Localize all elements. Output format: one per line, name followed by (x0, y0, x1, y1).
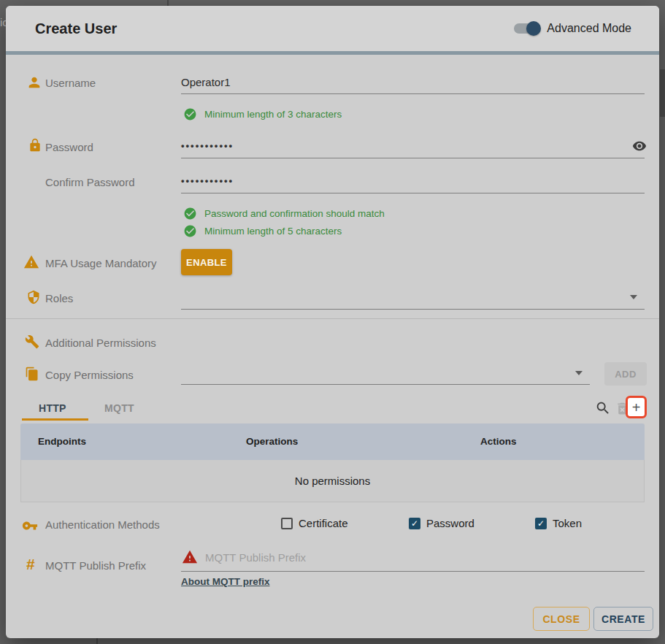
roles-dropdown-caret-icon[interactable] (630, 295, 637, 299)
mqtt-prefix-underline (181, 571, 645, 572)
lock-icon (28, 138, 42, 153)
advanced-mode-toggle[interactable] (514, 23, 539, 34)
shield-icon (26, 290, 41, 304)
password-validation-length: Minimum length of 5 characters (183, 224, 342, 238)
tab-mqtt[interactable]: MQTT (104, 402, 134, 414)
mqtt-prefix-input[interactable]: MQTT Publish Prefix (205, 551, 306, 564)
password-validation-match: Password and confirmation should match (183, 207, 385, 221)
check-circle-icon (183, 224, 197, 238)
token-checkbox-icon[interactable] (535, 518, 547, 529)
confirm-password-label: Confirm Password (45, 176, 135, 188)
username-input[interactable]: Operator1 (181, 76, 231, 88)
column-header-actions: Actions (480, 436, 517, 447)
plus-icon: + (632, 400, 641, 415)
create-button[interactable]: CREATE (593, 607, 653, 631)
key-icon (22, 518, 38, 534)
check-circle-icon (183, 207, 197, 221)
check-circle-icon (183, 107, 197, 121)
mqtt-prefix-label: MQTT Publish Prefix (45, 559, 146, 572)
error-warning-icon (182, 549, 198, 565)
token-label: Token (553, 517, 582, 529)
background-divider (96, 638, 98, 644)
wrench-icon (25, 334, 39, 349)
show-password-icon[interactable] (632, 139, 647, 153)
confirm-password-underline (181, 193, 645, 193)
about-mqtt-prefix-link[interactable]: About MQTT prefix (181, 576, 270, 587)
active-tab-indicator (22, 418, 88, 421)
copy-permissions-underline (181, 384, 590, 385)
roles-select-underline (181, 309, 645, 310)
auth-methods-label: Authentication Methods (45, 518, 160, 531)
checkbox-token[interactable]: Token (535, 517, 582, 529)
copy-permissions-caret-icon[interactable] (575, 371, 583, 375)
column-header-endpoints: Endpoints (38, 436, 86, 447)
additional-permissions-label: Additional Permissions (45, 337, 156, 349)
username-validation: Minimum length of 3 characters (183, 107, 342, 121)
mfa-enable-button[interactable]: ENABLE (181, 249, 232, 275)
password-validation-text: Minimum length of 5 characters (204, 226, 342, 237)
username-label: Username (45, 77, 96, 89)
roles-label: Roles (45, 292, 73, 304)
password-checkbox-icon[interactable] (409, 518, 420, 529)
confirm-password-input[interactable]: ••••••••••• (181, 175, 234, 186)
copy-icon (25, 367, 39, 381)
advanced-mode-label: Advanced Mode (547, 22, 631, 35)
create-user-dialog: Create User Advanced Mode Username Opera… (6, 6, 659, 638)
toggle-knob-icon (526, 21, 541, 36)
dialog-header: Create User Advanced Mode (6, 6, 659, 51)
password-underline (181, 158, 645, 158)
password-auth-label: Password (426, 517, 474, 529)
password-validation-text: Password and confirmation should match (204, 208, 385, 219)
background-divider (167, 0, 169, 6)
permissions-table: Endpoints Operations Actions No permissi… (20, 423, 645, 502)
section-divider (6, 318, 659, 319)
mfa-label: MFA Usage Mandatory (45, 257, 157, 269)
username-validation-text: Minimum length of 3 characters (204, 109, 342, 120)
person-icon (26, 74, 42, 91)
tab-http[interactable]: HTTP (39, 402, 66, 414)
permissions-table-header: Endpoints Operations Actions (20, 423, 645, 460)
username-underline (181, 93, 645, 94)
password-label: Password (45, 141, 93, 153)
dialog-title: Create User (35, 20, 117, 37)
checkbox-password[interactable]: Password (409, 517, 474, 529)
add-permission-button[interactable]: + (626, 396, 647, 418)
copy-permissions-label: Copy Permissions (45, 369, 134, 381)
warning-icon (23, 254, 39, 270)
column-header-operations: Operations (246, 436, 298, 447)
checkbox-certificate[interactable]: Certificate (281, 517, 348, 529)
copy-permissions-add-button[interactable]: ADD (604, 362, 647, 386)
empty-table-message: No permissions (295, 475, 370, 487)
close-button[interactable]: CLOSE (533, 607, 590, 631)
advanced-mode-toggle-group[interactable]: Advanced Mode (514, 22, 631, 35)
certificate-label: Certificate (299, 517, 348, 529)
hash-icon: # (26, 556, 35, 573)
header-divider (6, 51, 659, 55)
page-scrollbar-thumb[interactable] (660, 69, 665, 117)
search-icon[interactable] (595, 400, 611, 416)
certificate-checkbox-icon[interactable] (281, 518, 293, 529)
permissions-table-body: No permissions (20, 460, 645, 502)
password-input[interactable]: ••••••••••• (181, 140, 234, 151)
